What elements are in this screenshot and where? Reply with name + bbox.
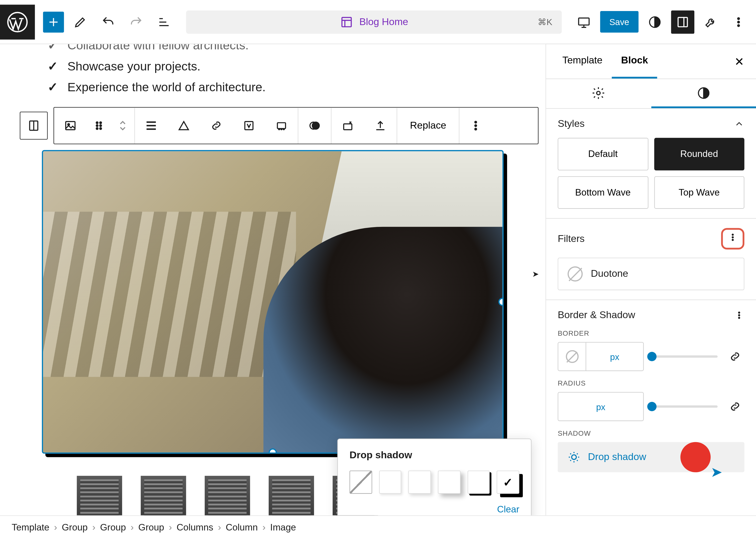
crumb[interactable]: Image	[270, 522, 296, 532]
crop-button[interactable]	[265, 108, 298, 144]
list-item[interactable]: ✓Showcase your projects.	[48, 56, 527, 77]
filters-more-highlighted[interactable]	[721, 228, 744, 250]
upload-button[interactable]	[364, 108, 397, 144]
list-item[interactable]: ✓Experience the world of architecture.	[48, 77, 527, 98]
svg-rect-2	[578, 18, 589, 25]
wordpress-logo[interactable]	[0, 4, 35, 39]
more-vertical-icon	[727, 232, 738, 243]
block-type-button[interactable]	[54, 108, 87, 144]
shadow-swatch-1[interactable]	[379, 471, 402, 494]
annotation-marker	[680, 442, 711, 472]
duotone-icon	[308, 118, 322, 133]
style-top-wave[interactable]: Top Wave	[654, 176, 744, 209]
subtab-styles[interactable]	[651, 79, 756, 108]
shadow-swatch-4[interactable]	[468, 471, 490, 494]
border-color-swatch[interactable]	[566, 350, 578, 363]
crumb[interactable]: Group	[100, 522, 126, 532]
redo-button[interactable]	[124, 10, 148, 34]
settings-sidebar: Template Block ✕ Styles Default Rounded …	[546, 44, 756, 515]
more-vertical-icon[interactable]	[734, 310, 744, 321]
tools-button[interactable]	[699, 10, 722, 34]
border-shadow-heading: Border & Shadow	[558, 309, 635, 321]
drag-handle[interactable]	[87, 108, 111, 144]
clear-shadow-button[interactable]: Clear	[497, 504, 519, 515]
wordpress-icon	[7, 11, 28, 32]
parent-block-button[interactable]	[20, 112, 48, 139]
crumb[interactable]: Group	[138, 522, 164, 532]
svg-point-21	[283, 128, 284, 130]
replace-button[interactable]: Replace	[397, 108, 459, 144]
drop-shadow-button[interactable]: Drop shadow ➤	[558, 442, 744, 472]
link-sides-button[interactable]	[726, 347, 744, 366]
window-thumb	[77, 476, 122, 515]
tab-template[interactable]: Template	[553, 44, 612, 78]
mouse-cursor: ➤	[532, 269, 539, 278]
shadow-swatch-5-selected[interactable]	[497, 471, 519, 494]
caption-button[interactable]	[233, 108, 265, 144]
border-width-slider[interactable]	[652, 355, 718, 358]
filters-heading: Filters	[558, 233, 584, 244]
document-overview-button[interactable]	[152, 10, 176, 34]
svg-point-16	[100, 127, 102, 129]
undo-icon	[101, 15, 115, 29]
tab-block[interactable]: Block	[612, 44, 657, 78]
selected-image-block[interactable]	[42, 150, 503, 454]
radius-input[interactable]: px	[558, 392, 644, 421]
check-icon: ✓	[48, 59, 58, 73]
crumb[interactable]: Columns	[177, 522, 213, 532]
sun-icon	[567, 450, 581, 464]
close-sidebar-button[interactable]: ✕	[730, 50, 749, 73]
svg-point-5	[738, 18, 739, 19]
plus-icon	[46, 15, 61, 29]
insert-before-button[interactable]	[332, 108, 364, 144]
chevron-up-icon[interactable]	[734, 118, 744, 129]
undo-button[interactable]	[97, 10, 120, 34]
style-default[interactable]: Default	[558, 138, 648, 171]
crop-icon	[274, 118, 288, 133]
duotone-button[interactable]	[298, 108, 331, 144]
document-title-bar[interactable]: Blog Home ⌘K	[186, 10, 562, 34]
view-button[interactable]	[572, 10, 595, 34]
shadow-swatch-none[interactable]	[349, 471, 372, 494]
edit-tool-button[interactable]	[69, 10, 92, 34]
top-toolbar: Blog Home ⌘K Save	[0, 0, 756, 44]
triangle-icon	[177, 118, 191, 133]
border-width-input[interactable]: px	[558, 342, 644, 371]
upload-icon	[373, 118, 387, 133]
duotone-control[interactable]: Duotone	[558, 258, 744, 290]
save-button[interactable]: Save	[600, 11, 639, 33]
more-vertical-icon	[732, 15, 746, 29]
options-button[interactable]	[727, 10, 750, 34]
block-more-button[interactable]	[460, 108, 492, 144]
content-list: ✓Collaborate with fellow architects. ✓Sh…	[7, 44, 538, 104]
list-item[interactable]: ✓Collaborate with fellow architects.	[48, 44, 527, 56]
insert-icon	[341, 118, 355, 133]
crumb[interactable]: Template	[12, 522, 49, 532]
unlink-sides-button[interactable]	[726, 397, 744, 416]
move-up-down[interactable]	[111, 108, 134, 144]
image-icon	[63, 118, 77, 133]
svg-rect-4	[678, 17, 687, 26]
shadow-swatch-3[interactable]	[438, 471, 460, 494]
radius-slider[interactable]	[652, 405, 718, 408]
global-styles-toggle[interactable]	[643, 10, 666, 34]
link-button[interactable]	[200, 108, 233, 144]
crumb[interactable]: Group	[62, 522, 88, 532]
text-align-button[interactable]	[168, 108, 200, 144]
crumb[interactable]: Column	[226, 522, 258, 532]
pencil-icon	[73, 15, 87, 29]
settings-sidebar-toggle[interactable]	[671, 10, 694, 34]
desktop-icon	[577, 15, 591, 29]
column-icon	[27, 118, 41, 133]
style-bottom-wave[interactable]: Bottom Wave	[558, 176, 648, 209]
svg-point-30	[732, 234, 733, 235]
subtab-settings[interactable]	[546, 79, 651, 108]
shadow-swatch-2[interactable]	[408, 471, 431, 494]
style-rounded[interactable]: Rounded	[654, 138, 744, 171]
sidebar-icon	[676, 15, 690, 29]
add-block-button[interactable]	[43, 11, 64, 32]
editor-canvas[interactable]: ✓Collaborate with fellow architects. ✓Sh…	[0, 44, 546, 515]
align-button[interactable]	[135, 108, 168, 144]
contrast-icon	[648, 15, 662, 29]
svg-point-31	[732, 237, 733, 238]
